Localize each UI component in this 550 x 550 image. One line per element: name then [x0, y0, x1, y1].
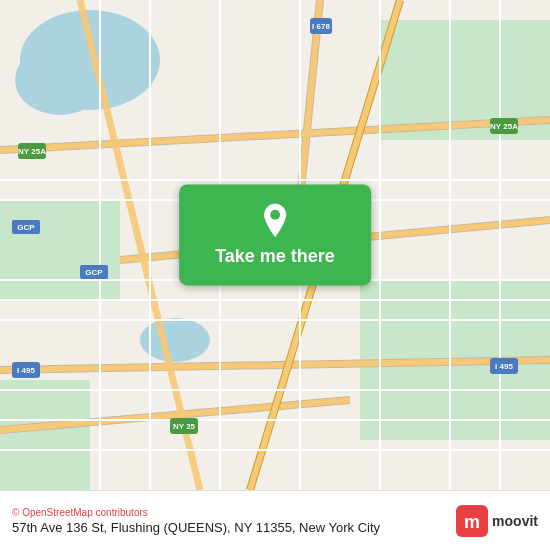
svg-text:I 495: I 495 — [17, 366, 35, 375]
svg-text:GCP: GCP — [85, 268, 103, 277]
take-me-there-button[interactable]: Take me there — [179, 184, 371, 285]
moovit-logo-icon: m — [456, 505, 488, 537]
svg-text:NY 25A: NY 25A — [18, 147, 46, 156]
address-text: 57th Ave 136 St, Flushing (QUEENS), NY 1… — [12, 520, 456, 535]
svg-rect-7 — [0, 380, 90, 490]
svg-text:NY 25A: NY 25A — [490, 122, 518, 131]
svg-text:m: m — [464, 512, 480, 532]
moovit-text: moovit — [492, 513, 538, 529]
location-pin-icon — [257, 202, 293, 238]
footer-bar: © OpenStreetMap contributors 57th Ave 13… — [0, 490, 550, 550]
osm-attribution: © OpenStreetMap contributors — [12, 507, 456, 518]
svg-rect-6 — [0, 200, 120, 300]
osm-link[interactable]: © OpenStreetMap contributors — [12, 507, 148, 518]
svg-text:GCP: GCP — [17, 223, 35, 232]
moovit-logo: m moovit — [456, 505, 538, 537]
svg-point-56 — [270, 210, 280, 220]
svg-text:I 678: I 678 — [312, 22, 330, 31]
button-label: Take me there — [215, 246, 335, 267]
footer-info: © OpenStreetMap contributors 57th Ave 13… — [12, 507, 456, 535]
map-container: I 678 NY 25A NY 25A GCP GCP GCP I 678 I … — [0, 0, 550, 490]
svg-text:I 495: I 495 — [495, 362, 513, 371]
svg-text:NY 25: NY 25 — [173, 422, 196, 431]
